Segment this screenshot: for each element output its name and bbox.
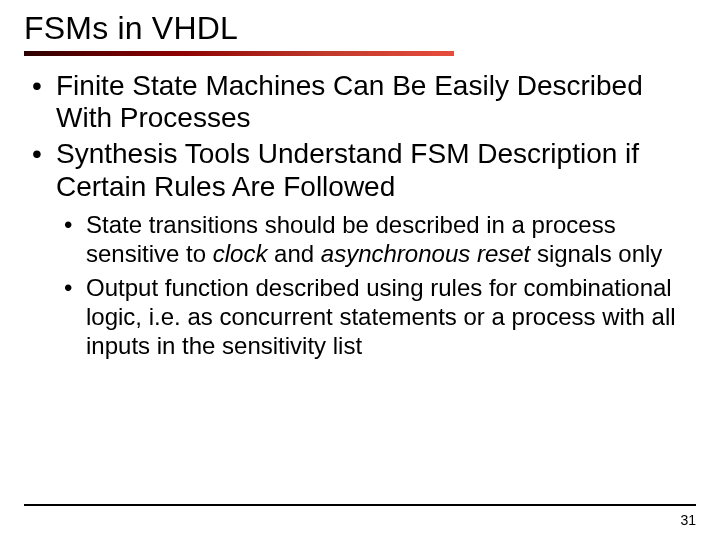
bullet-list-level2: State transitions should be described in…	[24, 211, 696, 361]
page-number: 31	[680, 512, 696, 528]
bullet-item: State transitions should be described in…	[64, 211, 686, 269]
slide-title: FSMs in VHDL	[24, 10, 696, 47]
bullet-item: Synthesis Tools Understand FSM Descripti…	[32, 138, 696, 202]
italic-text: asynchronous reset	[321, 240, 530, 267]
italic-text: clock	[213, 240, 268, 267]
bullet-item: Output function described using rules fo…	[64, 274, 686, 360]
bullet-item: Finite State Machines Can Be Easily Desc…	[32, 70, 696, 134]
title-underline	[24, 51, 454, 56]
slide: FSMs in VHDL Finite State Machines Can B…	[0, 0, 720, 540]
footer-rule	[24, 504, 696, 506]
text-run: and	[267, 240, 320, 267]
bullet-list-level1: Finite State Machines Can Be Easily Desc…	[24, 70, 696, 203]
text-run: signals only	[530, 240, 662, 267]
